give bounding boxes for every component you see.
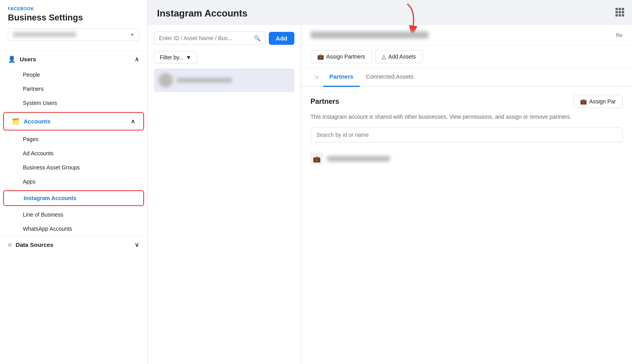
sidebar-title: Business Settings: [8, 13, 139, 23]
partners-section: Partners 💼 Assign Par This Instagram acc…: [301, 87, 632, 177]
assign-partners-label: Assign Partners: [326, 53, 365, 60]
business-name-blur: [13, 32, 76, 37]
sidebar-item-instagram-accounts[interactable]: Instagram Accounts: [3, 190, 144, 206]
users-chevron-icon: ∧: [135, 55, 139, 63]
tab-connected-assets[interactable]: Connected Assets: [360, 68, 420, 87]
right-panel-header: Re: [301, 25, 632, 45]
left-panel: 🔍 Add Filter by... ▼: [148, 25, 301, 364]
main-header: Instagram Accounts: [148, 0, 632, 25]
grid-dot: [619, 14, 621, 17]
list-item-name: [177, 78, 232, 83]
filter-chevron-icon: ▼: [186, 54, 191, 61]
chevron-down-icon: ▼: [130, 33, 134, 37]
tabs: ☞ Partners Connected Assets: [301, 68, 632, 87]
accounts-label: Accounts: [24, 118, 50, 125]
accounts-icon: 🗂️: [12, 118, 20, 125]
list-item-avatar: [159, 73, 173, 87]
accounts-chevron-icon: ∧: [131, 118, 135, 125]
data-sources-section-header[interactable]: ○ Data Sources ∨: [0, 236, 147, 253]
tab-partners[interactable]: Partners: [323, 68, 360, 87]
main-content: Instagram Accounts: [148, 0, 632, 364]
partners-description: This Instagram account is shared with ot…: [310, 113, 623, 121]
nav-section-users: 👤 Users ∧ People Partners System Users: [0, 50, 147, 110]
instagram-item-label: Instagram Accounts: [24, 195, 76, 201]
sidebar-item-pages[interactable]: Pages: [3, 132, 144, 146]
accounts-section-header[interactable]: 🗂️ Accounts ∧: [4, 113, 143, 130]
search-input[interactable]: [159, 35, 251, 41]
filter-row: Filter by... ▼: [148, 51, 301, 68]
briefcase-icon: 💼: [317, 53, 324, 60]
sidebar-item-partners[interactable]: Partners: [3, 82, 144, 96]
filter-button[interactable]: Filter by... ▼: [154, 51, 197, 64]
assign-par-button[interactable]: 💼 Assign Par: [573, 95, 623, 108]
add-assets-button[interactable]: △ Add Assets: [375, 50, 423, 63]
partners-search-input[interactable]: [310, 127, 623, 142]
nav-section-accounts: 🗂️ Accounts ∧ Pages Ad Accounts Business…: [0, 110, 147, 236]
users-header-left: 👤 Users: [8, 55, 36, 63]
sidebar-header: FACEBOOK Business Settings ▼: [0, 0, 147, 50]
right-panel-header-action: Re: [616, 32, 623, 38]
grid-dot: [619, 8, 621, 10]
brand-label: FACEBOOK: [8, 6, 139, 11]
right-panel: Re 💼 Assign Partners △ Add Assets ☞ Part…: [301, 25, 632, 364]
search-icon: 🔍: [254, 35, 261, 41]
grid-icon[interactable]: [615, 8, 624, 17]
data-sources-icon: ○: [8, 241, 12, 248]
partner-item[interactable]: 💼: [310, 149, 623, 169]
grid-dot: [615, 8, 618, 10]
partner-name: [327, 156, 390, 162]
grid-dot: [622, 14, 624, 17]
users-label: Users: [20, 56, 36, 63]
grid-dot: [619, 11, 621, 13]
list-item[interactable]: [154, 68, 294, 92]
sidebar-item-whatsapp-accounts[interactable]: WhatsApp Accounts: [3, 222, 144, 236]
partners-section-title: Partners: [310, 97, 339, 106]
data-sources-header-left: ○ Data Sources: [8, 241, 54, 248]
grid-dot: [622, 11, 624, 13]
assign-partners-button[interactable]: 💼 Assign Partners: [310, 50, 372, 63]
sidebar: FACEBOOK Business Settings ▼ 👤 Users ∧ P…: [0, 0, 148, 364]
add-assets-icon: △: [382, 53, 386, 60]
business-selector[interactable]: ▼: [8, 28, 139, 41]
sidebar-item-line-of-business[interactable]: Line of Business: [3, 208, 144, 222]
right-panel-title: [310, 31, 429, 39]
data-sources-chevron-icon: ∨: [135, 241, 139, 248]
search-input-wrapper[interactable]: 🔍: [154, 31, 266, 45]
accounts-box: 🗂️ Accounts ∧: [3, 112, 144, 131]
partners-header: Partners 💼 Assign Par: [310, 95, 623, 108]
sidebar-item-people[interactable]: People: [3, 68, 144, 82]
page-title: Instagram Accounts: [157, 8, 248, 25]
search-row: 🔍 Add: [148, 25, 301, 51]
sidebar-item-ad-accounts[interactable]: Ad Accounts: [3, 146, 144, 160]
data-sources-label: Data Sources: [16, 241, 54, 248]
add-button[interactable]: Add: [269, 32, 294, 45]
grid-dot: [615, 14, 618, 17]
assign-par-icon: 💼: [580, 98, 587, 105]
grid-dot: [615, 11, 618, 13]
add-assets-label: Add Assets: [388, 53, 416, 60]
right-panel-actions: 💼 Assign Partners △ Add Assets: [301, 45, 632, 68]
grid-dot: [622, 8, 624, 10]
assign-par-label: Assign Par: [589, 98, 616, 105]
accounts-header-left: 🗂️ Accounts: [12, 118, 50, 125]
sidebar-item-apps[interactable]: Apps: [3, 175, 144, 189]
nav-section-data-sources: ○ Data Sources ∨: [0, 236, 147, 253]
cursor-icon: ☞: [310, 68, 323, 86]
main-body: 🔍 Add Filter by... ▼ Re: [148, 25, 632, 364]
users-icon: 👤: [8, 55, 16, 63]
filter-label: Filter by...: [160, 54, 183, 61]
partner-icon: 💼: [310, 153, 323, 165]
sidebar-item-system-users[interactable]: System Users: [3, 96, 144, 110]
users-section-header[interactable]: 👤 Users ∧: [0, 51, 147, 68]
sidebar-item-business-asset-groups[interactable]: Business Asset Groups: [3, 160, 144, 175]
